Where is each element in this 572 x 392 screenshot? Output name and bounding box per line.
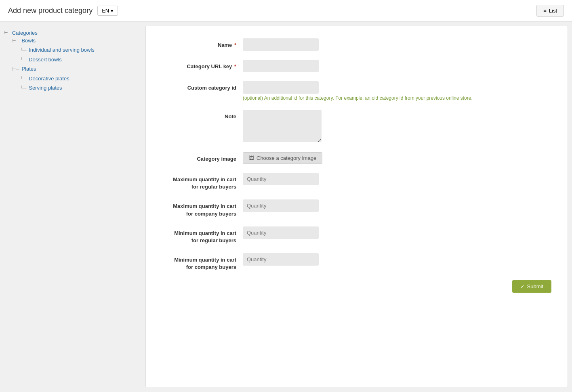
note-label: Note — [162, 110, 243, 120]
image-input-wrapper: 🖼 Choose a category image — [243, 152, 551, 164]
note-row: Note — [162, 110, 551, 143]
list-button[interactable]: ≡ List — [536, 5, 564, 17]
tree-connector-ind: └─ — [20, 48, 27, 52]
tree-root-connector: ⊢─ — [4, 30, 11, 36]
form-footer: ✓ Submit — [162, 280, 551, 293]
sidebar-item-dessert-bowls[interactable]: Dessert bowls — [29, 57, 62, 63]
url-key-label: Category URL key * — [162, 60, 243, 70]
list-item: ⊢─ Plates └─ Decorative plates └─ Servin… — [12, 64, 141, 92]
sidebar-item-bowls[interactable]: Bowls — [21, 38, 36, 44]
max-qty-company-wrapper — [243, 199, 551, 212]
max-qty-company-input[interactable] — [243, 199, 319, 212]
tree-level1: ⊢─ Bowls └─ Individual and serving bowls… — [4, 36, 141, 92]
custom-id-hint: (optional) An additional id for this cat… — [243, 95, 551, 101]
max-qty-regular-row: Maximum quantity in cart for regular buy… — [162, 173, 551, 191]
main-layout: ⊢─ Categories ⊢─ Bowls └─ Individual and… — [0, 22, 572, 391]
sidebar-item-categories[interactable]: Categories — [12, 30, 38, 36]
content-panel: Name * Category URL key * Custom categor… — [145, 26, 568, 387]
url-key-input-wrapper — [243, 60, 551, 72]
list-label: List — [549, 8, 557, 14]
category-tree: ⊢─ Categories ⊢─ Bowls └─ Individual and… — [4, 30, 141, 92]
list-item: └─ Decorative plates — [20, 74, 141, 83]
tree-connector-decorative: └─ — [20, 76, 27, 81]
image-icon: 🖼 — [249, 155, 254, 161]
note-input-wrapper — [243, 110, 551, 143]
min-qty-company-input[interactable] — [243, 253, 319, 266]
tree-root: ⊢─ Categories — [4, 30, 141, 36]
tree-connector-plates: ⊢─ — [12, 67, 19, 71]
header-left: Add new product category EN ▾ — [8, 6, 118, 16]
tree-connector-dessert: └─ — [20, 57, 27, 62]
list-item: ⊢─ Bowls └─ Individual and serving bowls… — [12, 36, 141, 64]
list-item: └─ Dessert bowls — [20, 55, 141, 64]
submit-icon: ✓ — [520, 283, 525, 289]
tree-connector-serving: └─ — [20, 86, 27, 90]
name-row: Name * — [162, 38, 551, 51]
submit-button[interactable]: ✓ Submit — [512, 280, 551, 293]
tree-level2-bowls: └─ Individual and serving bowls └─ Desse… — [12, 45, 141, 64]
max-qty-regular-wrapper — [243, 173, 551, 185]
min-qty-company-label: Minimum quantity in cart for company buy… — [162, 253, 243, 271]
name-input-wrapper — [243, 38, 551, 51]
custom-id-row: Custom category id (optional) An additio… — [162, 81, 551, 101]
custom-id-input-wrapper: (optional) An additional id for this cat… — [243, 81, 551, 101]
custom-id-label: Custom category id — [162, 81, 243, 92]
tree-connector-bowls: ⊢─ — [12, 38, 19, 43]
note-input[interactable] — [243, 110, 322, 142]
sidebar-item-decorative-plates[interactable]: Decorative plates — [29, 75, 69, 82]
tree-level2-plates: └─ Decorative plates └─ Serving plates — [12, 74, 141, 93]
lang-label: EN — [102, 8, 109, 14]
list-item: └─ Serving plates — [20, 83, 141, 92]
url-key-input[interactable] — [243, 60, 319, 72]
sidebar-item-plates[interactable]: Plates — [21, 66, 36, 72]
min-qty-company-wrapper — [243, 253, 551, 266]
sidebar-item-serving-plates[interactable]: Serving plates — [29, 85, 62, 91]
choose-image-button[interactable]: 🖼 Choose a category image — [243, 152, 322, 164]
min-qty-regular-input[interactable] — [243, 226, 319, 239]
list-item: └─ Individual and serving bowls — [20, 45, 141, 55]
list-icon: ≡ — [543, 8, 547, 14]
max-qty-regular-label: Maximum quantity in cart for regular buy… — [162, 173, 243, 191]
custom-id-input[interactable] — [243, 81, 319, 94]
image-row: Category image 🖼 Choose a category image — [162, 152, 551, 164]
min-qty-regular-wrapper — [243, 226, 551, 239]
submit-label: Submit — [527, 283, 543, 289]
page-title: Add new product category — [8, 6, 93, 15]
sidebar: ⊢─ Categories ⊢─ Bowls └─ Individual and… — [0, 22, 145, 391]
sidebar-item-individual-bowls[interactable]: Individual and serving bowls — [29, 47, 95, 53]
max-qty-company-label: Maximum quantity in cart for company buy… — [162, 199, 243, 217]
lang-arrow-icon: ▾ — [111, 8, 114, 14]
min-qty-company-row: Minimum quantity in cart for company buy… — [162, 253, 551, 271]
url-key-required: * — [233, 63, 236, 69]
language-button[interactable]: EN ▾ — [97, 6, 118, 16]
max-qty-regular-input[interactable] — [243, 173, 319, 185]
name-input[interactable] — [243, 38, 319, 51]
name-required: * — [233, 42, 236, 48]
page-header: Add new product category EN ▾ ≡ List — [0, 0, 572, 22]
min-qty-regular-label: Minimum quantity in cart for regular buy… — [162, 226, 243, 244]
min-qty-regular-row: Minimum quantity in cart for regular buy… — [162, 226, 551, 244]
choose-image-label: Choose a category image — [257, 155, 316, 161]
name-label: Name * — [162, 38, 243, 49]
max-qty-company-row: Maximum quantity in cart for company buy… — [162, 199, 551, 217]
url-key-row: Category URL key * — [162, 60, 551, 72]
image-label: Category image — [162, 152, 243, 163]
